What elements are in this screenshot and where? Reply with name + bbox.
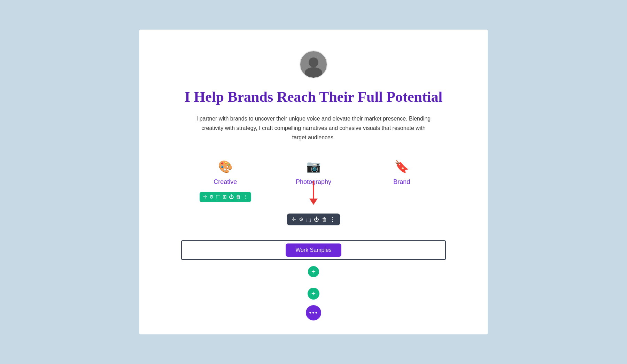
add-below-button[interactable]: + (308, 266, 319, 277)
grid-tool-icon[interactable]: ⊞ (223, 194, 227, 200)
work-samples-border: Work Samples (181, 240, 446, 260)
camera-icon: 📷 (306, 160, 321, 173)
brand-label: Brand (393, 178, 410, 186)
more-tool-dark-icon[interactable]: ⋮ (330, 216, 335, 223)
hero-subtext: I partner with brands to uncover their u… (195, 114, 432, 142)
duplicate-tool-dark-icon[interactable]: ⬚ (306, 216, 311, 223)
photography-toolbar[interactable]: ✛ ⚙ ⬚ ⏻ 🗑 ⋮ (287, 214, 340, 225)
delete-tool-icon[interactable]: 🗑 (236, 194, 241, 200)
more-options-button[interactable]: ••• (306, 305, 321, 320)
canvas: I Help Brands Reach Their Full Potential… (139, 30, 488, 335)
arrow-shaft (313, 181, 314, 199)
more-tool-icon[interactable]: ⋮ (243, 194, 248, 200)
features-row: 🎨 Creative ✛ ⚙ ⬚ ⊞ ⏻ 🗑 ⋮ 📷 Photography (181, 160, 446, 202)
add-section-button[interactable]: + (308, 288, 319, 300)
avatar-image (300, 51, 327, 78)
settings-tool-dark-icon[interactable]: ⚙ (299, 216, 303, 223)
feature-creative: 🎨 Creative ✛ ⚙ ⬚ ⊞ ⏻ 🗑 ⋮ (181, 160, 269, 202)
feature-brand: 🔖 Brand (358, 160, 446, 202)
add-tool-dark-icon[interactable]: ✛ (292, 216, 296, 223)
delete-tool-dark-icon[interactable]: 🗑 (322, 217, 327, 223)
creative-label: Creative (214, 178, 237, 186)
power-tool-icon[interactable]: ⏻ (229, 194, 234, 200)
arrow-head (309, 199, 318, 205)
work-samples-button[interactable]: Work Samples (286, 243, 341, 257)
duplicate-tool-icon[interactable]: ⬚ (216, 194, 220, 200)
settings-tool-icon[interactable]: ⚙ (209, 194, 214, 200)
work-samples-section: Work Samples + (181, 240, 446, 277)
creative-toolbar[interactable]: ✛ ⚙ ⬚ ⊞ ⏻ 🗑 ⋮ (200, 192, 251, 202)
avatar (300, 51, 327, 78)
power-tool-dark-icon[interactable]: ⏻ (314, 217, 319, 223)
feature-photography: 📷 Photography ✛ ⚙ ⬚ ⏻ 🗑 ⋮ (269, 160, 357, 202)
add-tool-icon[interactable]: ✛ (203, 194, 207, 200)
page-title: I Help Brands Reach Their Full Potential (185, 88, 443, 106)
palette-icon: 🎨 (218, 160, 233, 173)
bookmark-icon: 🔖 (394, 160, 409, 173)
